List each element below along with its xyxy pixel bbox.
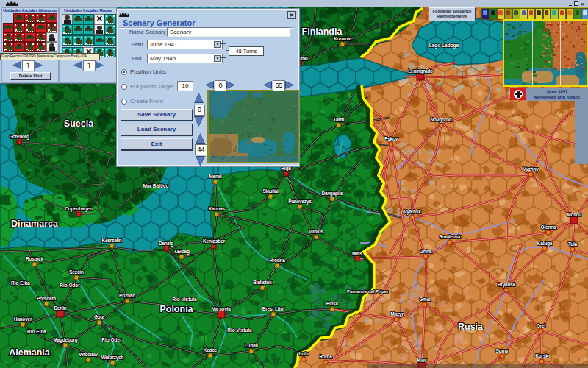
svg-text:Mazyr: Mazyr [390, 311, 404, 317]
svg-text:Rio Elba: Rio Elba [27, 329, 46, 334]
svg-text:Potsdam: Potsdam [37, 296, 56, 301]
svg-text:Davgapils: Davgapils [322, 191, 343, 197]
svg-text:Sumy: Sumy [496, 348, 509, 354]
svg-text:Rusia: Rusia [458, 322, 484, 332]
svg-text:Lublin: Lublin [245, 343, 259, 348]
svg-text:Pskov: Pskov [384, 136, 398, 141]
svg-text:Kiev: Kiev [417, 358, 428, 363]
svg-text:Panevezys: Panevezys [288, 199, 312, 205]
svg-text:Alemania: Alemania [9, 347, 51, 358]
svg-text:Kesrzalin: Kesrzalin [101, 238, 121, 243]
svg-text:Novgorod: Novgorod [430, 117, 451, 123]
svg-text:Rio Oder: Rio Oder [101, 337, 122, 342]
svg-text:Hrodna: Hrodna [269, 258, 285, 263]
svg-text:Rio Vistula: Rio Vistula [172, 297, 197, 302]
svg-text:Leningrado: Leningrado [408, 68, 433, 74]
svg-text:Poznan: Poznan [119, 293, 135, 298]
svg-text:Tartu: Tartu [334, 117, 345, 122]
svg-text:Berlin: Berlin [54, 305, 66, 311]
svg-text:Mins: Mins [352, 251, 363, 256]
svg-text:Pantanos del Pripet: Pantanos del Pripet [347, 289, 388, 294]
svg-text:Vyzhny: Vyzhny [523, 166, 539, 172]
svg-text:T.Elbag: T.Elbag [173, 249, 190, 255]
svg-text:Polonia: Polonia [159, 304, 193, 314]
svg-text:Luth: Luth [298, 351, 309, 356]
svg-text:Varsovia: Varsovia [212, 306, 231, 311]
svg-text:Rio Vistula: Rio Vistula [227, 328, 252, 333]
svg-text:Copenhagen: Copenhagen [65, 206, 93, 212]
svg-text:Kedce: Kedce [204, 347, 218, 353]
svg-text:Goteborg: Goteborg [9, 134, 29, 140]
svg-text:Menel: Menel [209, 174, 222, 179]
svg-text:Smolensk: Smolensk [439, 234, 461, 239]
svg-text:Ortha: Ortha [420, 249, 432, 254]
svg-text:Wroclaw: Wroclaw [79, 352, 98, 357]
svg-text:Hanover: Hanover [14, 316, 32, 322]
svg-text:Lago Ladoga: Lago Ladoga [429, 43, 459, 49]
svg-text:Magdeburg: Magdeburg [53, 337, 77, 343]
svg-text:Gota: Gota [94, 314, 105, 319]
svg-text:Rio Oder: Rio Oder [60, 283, 80, 288]
svg-text:Kaunas: Kaunas [209, 206, 226, 211]
svg-text:Tula: Tula [568, 241, 578, 247]
svg-text:Siauliai: Siauliai [262, 188, 279, 194]
svg-text:Bialistok: Bialistok [253, 280, 272, 285]
svg-text:Moscu: Moscu [567, 212, 581, 217]
svg-text:Gmel: Gmel [419, 297, 431, 302]
svg-text:Vytebsk: Vytebsk [404, 209, 421, 215]
svg-text:Kursk: Kursk [535, 353, 548, 358]
svg-text:Suecia: Suecia [64, 118, 94, 129]
svg-text:Sezcin: Sezcin [69, 269, 84, 275]
svg-text:Kenigsber: Kenigsber [203, 238, 226, 244]
svg-text:Danzig: Danzig [159, 241, 173, 247]
svg-text:Pinsk: Pinsk [326, 301, 339, 306]
svg-text:Walbrzych: Walbrzych [101, 355, 124, 361]
svg-text:Orel: Orel [537, 323, 546, 328]
svg-text:Olenna: Olenna [541, 224, 556, 230]
svg-text:Rio Elba: Rio Elba [11, 280, 30, 286]
svg-text:Kaluga: Kaluga [537, 241, 553, 247]
svg-text:Bryansk: Bryansk [498, 282, 516, 288]
svg-text:Rostock: Rostock [26, 256, 44, 261]
svg-text:Dinamarca: Dinamarca [11, 219, 59, 229]
svg-text:Mar Báltico: Mar Báltico [143, 183, 168, 188]
svg-text:Vilnius: Vilnius [309, 229, 323, 234]
svg-text:Brest Litof: Brest Litof [262, 306, 285, 311]
svg-text:Roma: Roma [319, 354, 332, 359]
svg-text:Finlandia: Finlandia [302, 26, 343, 37]
